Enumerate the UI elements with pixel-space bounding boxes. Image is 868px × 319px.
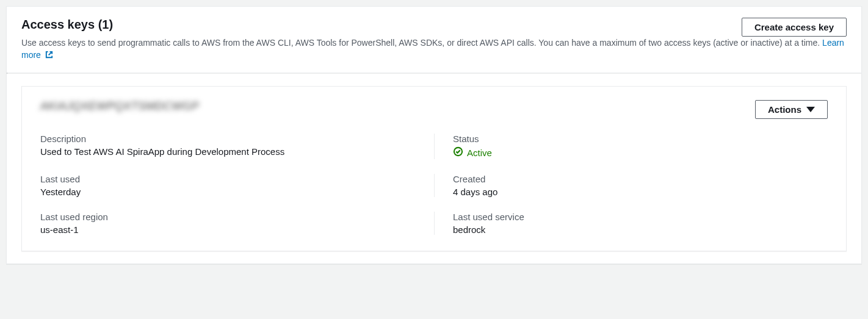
field-last-used: Last used Yesterday <box>40 174 434 197</box>
chevron-down-icon <box>806 107 815 112</box>
value-status: Active <box>467 148 492 158</box>
field-last-used-region: Last used region us-east-1 <box>40 212 434 235</box>
field-status: Status Active <box>434 134 828 159</box>
create-access-key-label: Create access key <box>754 22 834 32</box>
value-description: Used to Test AWS AI SpiraApp during Deve… <box>40 146 410 157</box>
check-circle-icon <box>453 146 463 159</box>
actions-button[interactable]: Actions <box>755 100 828 119</box>
access-key-id: AKIAJQXEWPQXTSMDCWGP <box>40 100 199 113</box>
label-status: Status <box>453 134 828 144</box>
field-description: Description Used to Test AWS AI SpiraApp… <box>40 134 434 159</box>
panel-description: Use access keys to send programmatic cal… <box>7 37 861 73</box>
label-last-used-region: Last used region <box>40 212 410 222</box>
external-link-icon <box>45 50 54 62</box>
value-created: 4 days ago <box>453 187 828 197</box>
access-key-card: AKIAJQXEWPQXTSMDCWGP Actions Description… <box>21 86 847 251</box>
create-access-key-button[interactable]: Create access key <box>742 18 847 37</box>
value-last-used: Yesterday <box>40 187 410 197</box>
value-last-used-service: bedrock <box>453 224 828 235</box>
actions-label: Actions <box>768 104 801 115</box>
label-description: Description <box>40 134 410 144</box>
field-created: Created 4 days ago <box>434 174 828 197</box>
label-last-used-service: Last used service <box>453 212 828 222</box>
label-last-used: Last used <box>40 174 410 184</box>
label-created: Created <box>453 174 828 184</box>
value-last-used-region: us-east-1 <box>40 224 410 235</box>
field-last-used-service: Last used service bedrock <box>434 212 828 235</box>
panel-title: Access keys (1) <box>21 18 742 32</box>
access-keys-panel: Access keys (1) Create access key Use ac… <box>6 6 862 264</box>
